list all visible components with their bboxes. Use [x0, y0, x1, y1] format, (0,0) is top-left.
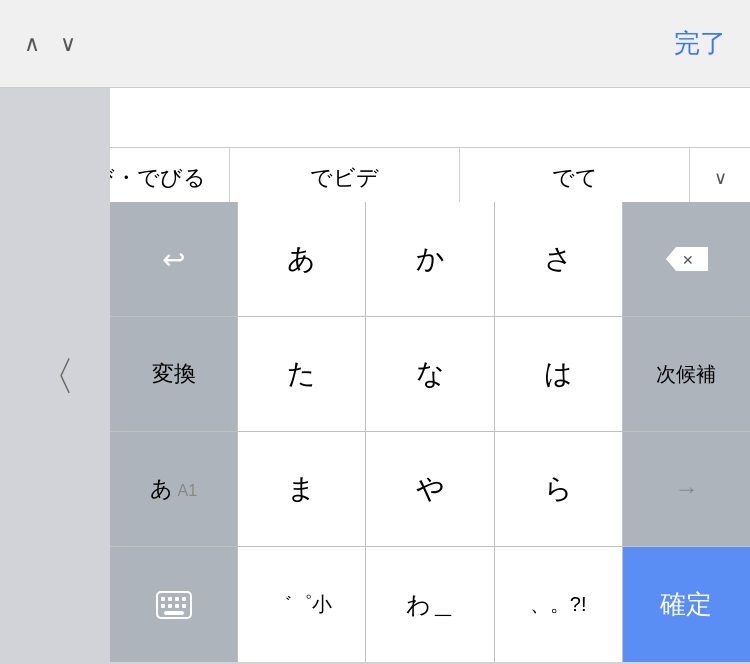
svg-rect-4: [168, 597, 172, 601]
ta-key[interactable]: た: [238, 317, 366, 431]
keyboard-area: ↩ あ か さ ✕ 変換 た な は 次候補 あ A1 ま や ら →: [110, 202, 750, 664]
svg-rect-3: [161, 597, 165, 601]
ra-key[interactable]: ら: [495, 432, 623, 546]
undo-key[interactable]: ↩: [110, 202, 238, 316]
nav-arrows: ∧ ∨: [24, 31, 76, 57]
ha-key[interactable]: は: [495, 317, 623, 431]
next-candidate-key[interactable]: 次候補: [623, 317, 750, 431]
input-mode-key[interactable]: あ A1: [110, 432, 238, 546]
a-key[interactable]: あ: [238, 202, 366, 316]
svg-rect-11: [164, 611, 184, 615]
ya-key[interactable]: や: [366, 432, 494, 546]
keyboard-row-3: あ A1 ま や ら →: [110, 432, 750, 547]
keyboard-icon-key[interactable]: [110, 547, 238, 662]
wa-key[interactable]: わ＿: [366, 547, 494, 662]
na-key[interactable]: な: [366, 317, 494, 431]
candidate-expand[interactable]: ∨: [690, 148, 750, 208]
up-arrow[interactable]: ∧: [24, 31, 40, 57]
svg-rect-7: [161, 604, 165, 608]
backspace-key[interactable]: ✕: [623, 202, 750, 316]
svg-rect-6: [182, 597, 186, 601]
svg-rect-10: [182, 604, 186, 608]
candidate-item-2[interactable]: でて: [460, 148, 690, 208]
svg-text:✕: ✕: [682, 252, 694, 268]
svg-rect-5: [175, 597, 179, 601]
top-bar: ∧ ∨ 完了: [0, 0, 750, 88]
svg-rect-8: [168, 604, 172, 608]
candidate-item-1[interactable]: でビデ: [230, 148, 460, 208]
keyboard-row-4: ゛゜小 わ＿ 、。?! 確定: [110, 547, 750, 662]
arrow-right-key[interactable]: →: [623, 432, 750, 546]
dakuten-key[interactable]: ゛゜小: [238, 547, 366, 662]
punct-key[interactable]: 、。?!: [495, 547, 623, 662]
input-display: でびで: [0, 88, 750, 148]
ma-key[interactable]: ま: [238, 432, 366, 546]
down-arrow[interactable]: ∨: [60, 31, 76, 57]
left-nav: 〈: [0, 88, 110, 664]
keyboard-row-2: 変換 た な は 次候補: [110, 317, 750, 432]
candidates-row: でびでび・でびる でビデ でて ∨: [0, 148, 750, 208]
left-chevron-icon[interactable]: 〈: [35, 349, 75, 404]
ka-key[interactable]: か: [366, 202, 494, 316]
sa-key[interactable]: さ: [495, 202, 623, 316]
keyboard-row-1: ↩ あ か さ ✕: [110, 202, 750, 317]
confirm-key[interactable]: 確定: [623, 547, 750, 662]
done-button[interactable]: 完了: [674, 26, 726, 61]
henkan-key[interactable]: 変換: [110, 317, 238, 431]
svg-rect-9: [175, 604, 179, 608]
